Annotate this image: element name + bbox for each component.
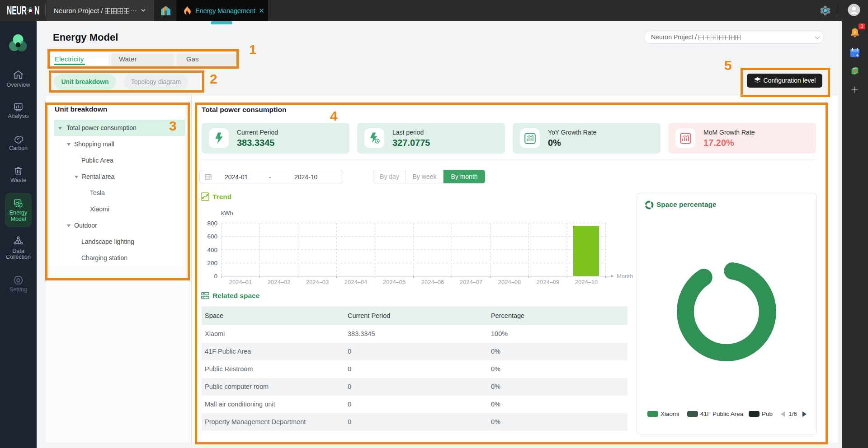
svg-text:NEUR: NEUR bbox=[7, 5, 27, 15]
svg-text:N: N bbox=[34, 5, 40, 15]
